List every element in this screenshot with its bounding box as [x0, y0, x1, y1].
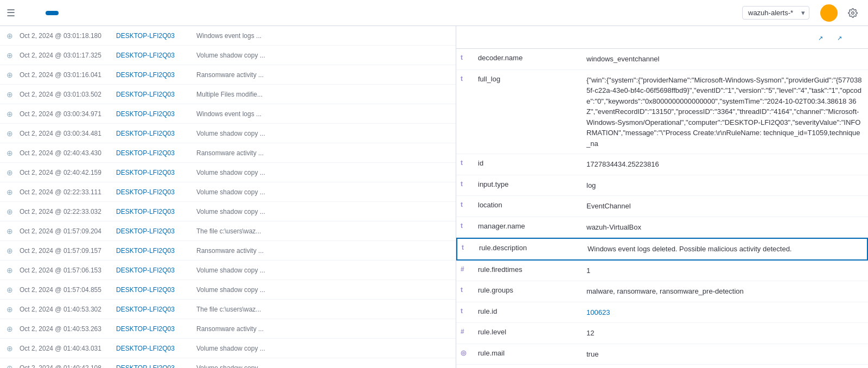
field-type-icon: # [456, 323, 474, 340]
table-row[interactable]: ⊕ Oct 2, 2024 @ 01:57:09.204 DESKTOP-LFI… [0, 221, 456, 241]
details-row: # rule.level 12 [456, 323, 868, 344]
row-host[interactable]: DESKTOP-LFI2Q03 [116, 91, 192, 98]
field-value: {"win":{"system":{"providerName":"Micros… [582, 70, 868, 154]
table-row[interactable]: ⊕ Oct 2, 2024 @ 01:57:06.153 DESKTOP-LFI… [0, 261, 456, 280]
table-row[interactable]: ⊕ Oct 2, 2024 @ 03:00:34.971 DESKTOP-LFI… [0, 104, 456, 124]
view-surrounding-link[interactable]: ↗ [817, 35, 823, 42]
avatar[interactable] [820, 4, 838, 22]
field-key: location [474, 196, 582, 214]
table-row[interactable]: ⊕ Oct 2, 2024 @ 03:01:18.180 DESKTOP-LFI… [0, 26, 456, 46]
row-description: Ransomware activity ... [196, 325, 449, 333]
left-panel: ⊕ Oct 2, 2024 @ 03:01:18.180 DESKTOP-LFI… [0, 26, 456, 368]
table-row[interactable]: ⊕ Oct 2, 2024 @ 01:57:04.855 DESKTOP-LFI… [0, 280, 456, 300]
table-row[interactable]: ⊕ Oct 2, 2024 @ 01:40:42.108 DESKTOP-LFI… [0, 358, 456, 368]
row-host[interactable]: DESKTOP-LFI2Q03 [116, 52, 192, 59]
app-tag [46, 11, 59, 15]
field-key: rule.id [474, 302, 582, 320]
row-description: Volume shadow copy ... [196, 169, 449, 176]
details-row: t decoder.name windows_eventchannel [456, 49, 868, 70]
row-host[interactable]: DESKTOP-LFI2Q03 [116, 227, 192, 235]
row-timestamp: Oct 2, 2024 @ 01:57:04.855 [20, 286, 112, 294]
field-key: rule.mitre.id [474, 365, 582, 368]
row-host[interactable]: DESKTOP-LFI2Q03 [116, 71, 192, 79]
field-value: wazuh-VirtualBox [582, 217, 868, 238]
topbar: ☰ wazuh-alerts-* [0, 0, 868, 26]
index-select-wrap[interactable]: wazuh-alerts-* [742, 6, 809, 20]
row-description: The file c:\users\waz... [196, 306, 449, 313]
view-single-link[interactable]: ↗ [836, 35, 842, 42]
row-timestamp: Oct 2, 2024 @ 03:00:34.971 [20, 110, 112, 118]
row-expand-icon: ⊕ [7, 188, 15, 196]
row-expand-icon: ⊕ [7, 71, 15, 79]
row-host[interactable]: DESKTOP-LFI2Q03 [116, 325, 192, 333]
row-host[interactable]: DESKTOP-LFI2Q03 [116, 188, 192, 196]
table-row[interactable]: ⊕ Oct 2, 2024 @ 02:22:33.111 DESKTOP-LFI… [0, 182, 456, 202]
table-row[interactable]: ⊕ Oct 2, 2024 @ 02:22:33.032 DESKTOP-LFI… [0, 202, 456, 221]
main-layout: ⊕ Oct 2, 2024 @ 03:01:18.180 DESKTOP-LFI… [0, 26, 868, 368]
settings-icon[interactable] [844, 4, 861, 22]
row-expand-icon: ⊕ [7, 364, 15, 369]
field-value: 1 [582, 261, 868, 281]
field-value: 12 [582, 323, 868, 344]
field-key: rule.firedtimes [474, 261, 582, 278]
row-host[interactable]: DESKTOP-LFI2Q03 [116, 130, 192, 137]
table-row[interactable]: ⊕ Oct 2, 2024 @ 01:57:09.157 DESKTOP-LFI… [0, 241, 456, 261]
field-key: full_log [474, 70, 582, 88]
details-row: t rule.description Windows event logs de… [456, 238, 868, 261]
row-expand-icon: ⊕ [7, 110, 15, 118]
row-host[interactable]: DESKTOP-LFI2Q03 [116, 110, 192, 118]
row-description: Ransomware activity ... [196, 71, 449, 79]
row-host[interactable]: DESKTOP-LFI2Q03 [116, 286, 192, 294]
field-type-icon: t [457, 239, 475, 256]
table-row[interactable]: ⊕ Oct 2, 2024 @ 02:40:43.430 DESKTOP-LFI… [0, 143, 456, 163]
row-host[interactable]: DESKTOP-LFI2Q03 [116, 149, 192, 157]
field-value[interactable]: T1070.001 [582, 365, 868, 368]
row-description: Volume shadow copy ... [196, 286, 449, 294]
row-expand-icon: ⊕ [7, 149, 15, 157]
menu-icon[interactable]: ☰ [7, 7, 15, 19]
row-host[interactable]: DESKTOP-LFI2Q03 [116, 267, 192, 274]
table-row[interactable]: ⊕ Oct 2, 2024 @ 03:01:16.041 DESKTOP-LFI… [0, 65, 456, 85]
row-timestamp: Oct 2, 2024 @ 01:40:53.302 [20, 306, 112, 313]
row-expand-icon: ⊕ [7, 305, 15, 314]
row-timestamp: Oct 2, 2024 @ 03:01:16.041 [20, 71, 112, 79]
field-value: windows_eventchannel [582, 49, 868, 69]
logo [22, 4, 39, 22]
table-row[interactable]: ⊕ Oct 2, 2024 @ 01:40:43.031 DESKTOP-LFI… [0, 339, 456, 358]
panel-header: ↗ ↗ [456, 26, 868, 49]
row-description: The file c:\users\waz... [196, 227, 449, 235]
row-expand-icon: ⊕ [7, 31, 15, 40]
external-link-icon-2: ↗ [837, 35, 842, 42]
table-row[interactable]: ⊕ Oct 2, 2024 @ 03:01:03.502 DESKTOP-LFI… [0, 85, 456, 104]
row-expand-icon: ⊕ [7, 227, 15, 236]
svg-point-0 [852, 11, 854, 14]
row-host[interactable]: DESKTOP-LFI2Q03 [116, 208, 192, 215]
table-row[interactable]: ⊕ Oct 2, 2024 @ 03:01:17.325 DESKTOP-LFI… [0, 46, 456, 65]
row-host[interactable]: DESKTOP-LFI2Q03 [116, 364, 192, 369]
table-row[interactable]: ⊕ Oct 2, 2024 @ 03:00:34.481 DESKTOP-LFI… [0, 124, 456, 143]
row-expand-icon: ⊕ [7, 325, 15, 333]
events-table: ⊕ Oct 2, 2024 @ 03:01:18.180 DESKTOP-LFI… [0, 26, 456, 368]
table-row[interactable]: ⊕ Oct 2, 2024 @ 02:40:42.159 DESKTOP-LFI… [0, 163, 456, 182]
field-type-icon: t [456, 49, 474, 66]
index-pattern-select[interactable]: wazuh-alerts-* [742, 6, 809, 20]
row-timestamp: Oct 2, 2024 @ 02:40:43.430 [20, 149, 112, 157]
row-host[interactable]: DESKTOP-LFI2Q03 [116, 32, 192, 40]
field-type-icon: t [456, 154, 474, 172]
field-type-icon: ◎ [456, 344, 474, 361]
row-host[interactable]: DESKTOP-LFI2Q03 [116, 247, 192, 255]
row-host[interactable]: DESKTOP-LFI2Q03 [116, 306, 192, 313]
details-row: t rule.mitre.id T1070.001 [456, 365, 868, 368]
field-key: decoder.name [474, 49, 582, 67]
row-host[interactable]: DESKTOP-LFI2Q03 [116, 169, 192, 176]
field-type-icon: t [456, 365, 474, 368]
field-value: EventChannel [582, 196, 868, 217]
field-value[interactable]: 100623 [582, 302, 868, 323]
row-host[interactable]: DESKTOP-LFI2Q03 [116, 345, 192, 352]
row-description: Ransomware activity ... [196, 149, 449, 157]
table-row[interactable]: ⊕ Oct 2, 2024 @ 01:40:53.302 DESKTOP-LFI… [0, 300, 456, 319]
row-description: Windows event logs ... [196, 32, 449, 40]
table-row[interactable]: ⊕ Oct 2, 2024 @ 01:40:53.263 DESKTOP-LFI… [0, 319, 456, 339]
field-key: rule.description [475, 239, 583, 257]
row-timestamp: Oct 2, 2024 @ 02:22:33.032 [20, 208, 112, 215]
